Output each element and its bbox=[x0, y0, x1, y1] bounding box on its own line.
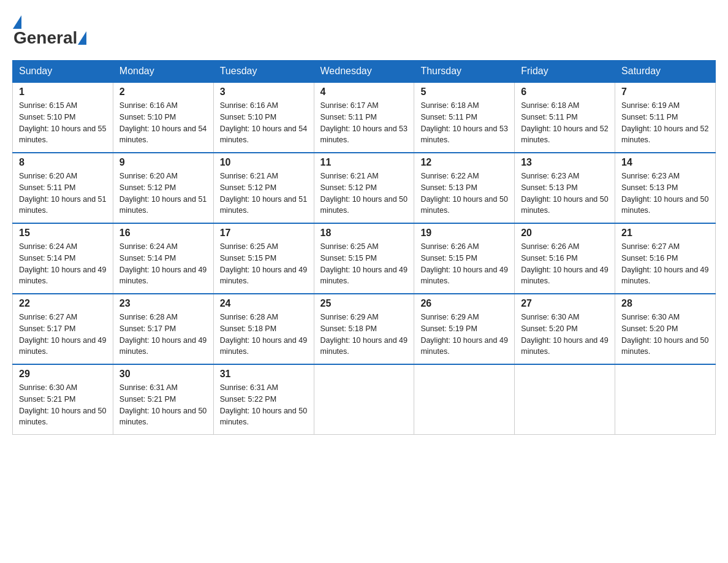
calendar-cell: 10Sunrise: 6:21 AMSunset: 5:12 PMDayligh… bbox=[213, 153, 314, 223]
day-info: Sunrise: 6:24 AMSunset: 5:14 PMDaylight:… bbox=[119, 241, 207, 287]
day-info: Sunrise: 6:20 AMSunset: 5:12 PMDaylight:… bbox=[119, 170, 207, 216]
calendar-cell: 5Sunrise: 6:18 AMSunset: 5:11 PMDaylight… bbox=[414, 82, 515, 153]
day-number: 21 bbox=[621, 228, 709, 239]
calendar-cell: 13Sunrise: 6:23 AMSunset: 5:13 PMDayligh… bbox=[515, 153, 615, 223]
calendar-table: SundayMondayTuesdayWednesdayThursdayFrid… bbox=[12, 60, 716, 435]
day-info: Sunrise: 6:20 AMSunset: 5:11 PMDaylight:… bbox=[19, 170, 107, 216]
day-number: 23 bbox=[119, 298, 207, 309]
day-number: 1 bbox=[19, 86, 107, 98]
calendar-cell: 28Sunrise: 6:30 AMSunset: 5:20 PMDayligh… bbox=[615, 294, 716, 364]
day-info: Sunrise: 6:22 AMSunset: 5:13 PMDaylight:… bbox=[420, 170, 508, 216]
logo-triangle-icon bbox=[13, 15, 21, 29]
day-number: 17 bbox=[220, 228, 308, 239]
calendar-cell: 14Sunrise: 6:23 AMSunset: 5:13 PMDayligh… bbox=[615, 153, 716, 223]
day-number: 4 bbox=[320, 86, 408, 98]
header-sunday: Sunday bbox=[13, 61, 113, 83]
calendar-cell: 1Sunrise: 6:15 AMSunset: 5:10 PMDaylight… bbox=[13, 82, 113, 153]
calendar-cell: 31Sunrise: 6:31 AMSunset: 5:22 PMDayligh… bbox=[213, 364, 314, 435]
day-info: Sunrise: 6:16 AMSunset: 5:10 PMDaylight:… bbox=[220, 100, 308, 146]
day-info: Sunrise: 6:30 AMSunset: 5:20 PMDaylight:… bbox=[621, 312, 709, 358]
calendar-cell: 30Sunrise: 6:31 AMSunset: 5:21 PMDayligh… bbox=[113, 364, 213, 435]
header-tuesday: Tuesday bbox=[213, 61, 314, 83]
day-info: Sunrise: 6:29 AMSunset: 5:18 PMDaylight:… bbox=[320, 312, 408, 358]
day-number: 10 bbox=[220, 157, 308, 168]
week-row-2: 8Sunrise: 6:20 AMSunset: 5:11 PMDaylight… bbox=[13, 153, 716, 223]
day-info: Sunrise: 6:26 AMSunset: 5:16 PMDaylight:… bbox=[521, 241, 609, 287]
day-info: Sunrise: 6:31 AMSunset: 5:21 PMDaylight:… bbox=[119, 382, 207, 428]
header-saturday: Saturday bbox=[615, 61, 716, 83]
calendar-cell: 25Sunrise: 6:29 AMSunset: 5:18 PMDayligh… bbox=[314, 294, 414, 364]
day-number: 29 bbox=[19, 369, 107, 380]
day-number: 14 bbox=[621, 157, 709, 168]
logo: General bbox=[12, 12, 87, 48]
calendar-cell: 24Sunrise: 6:28 AMSunset: 5:18 PMDayligh… bbox=[213, 294, 314, 364]
calendar-cell: 22Sunrise: 6:27 AMSunset: 5:17 PMDayligh… bbox=[13, 294, 113, 364]
calendar-cell: 12Sunrise: 6:22 AMSunset: 5:13 PMDayligh… bbox=[414, 153, 515, 223]
calendar-cell bbox=[314, 364, 414, 435]
day-number: 8 bbox=[19, 157, 107, 168]
calendar-cell bbox=[615, 364, 716, 435]
day-info: Sunrise: 6:18 AMSunset: 5:11 PMDaylight:… bbox=[521, 100, 609, 146]
header-friday: Friday bbox=[515, 61, 615, 83]
day-number: 25 bbox=[320, 298, 408, 309]
calendar-cell: 23Sunrise: 6:28 AMSunset: 5:17 PMDayligh… bbox=[113, 294, 213, 364]
day-number: 9 bbox=[119, 157, 207, 168]
calendar-cell bbox=[515, 364, 615, 435]
week-row-1: 1Sunrise: 6:15 AMSunset: 5:10 PMDaylight… bbox=[13, 82, 716, 153]
calendar-cell: 19Sunrise: 6:26 AMSunset: 5:15 PMDayligh… bbox=[414, 223, 515, 294]
day-number: 30 bbox=[119, 369, 207, 380]
day-info: Sunrise: 6:16 AMSunset: 5:10 PMDaylight:… bbox=[119, 100, 207, 146]
calendar-cell: 21Sunrise: 6:27 AMSunset: 5:16 PMDayligh… bbox=[615, 223, 716, 294]
day-number: 3 bbox=[220, 86, 308, 98]
week-row-5: 29Sunrise: 6:30 AMSunset: 5:21 PMDayligh… bbox=[13, 364, 716, 435]
day-number: 7 bbox=[621, 86, 709, 98]
header-thursday: Thursday bbox=[414, 61, 515, 83]
calendar-cell: 26Sunrise: 6:29 AMSunset: 5:19 PMDayligh… bbox=[414, 294, 515, 364]
day-number: 16 bbox=[119, 228, 207, 239]
day-number: 18 bbox=[320, 228, 408, 239]
day-number: 13 bbox=[521, 157, 609, 168]
page-header: General bbox=[12, 12, 716, 48]
day-info: Sunrise: 6:21 AMSunset: 5:12 PMDaylight:… bbox=[220, 170, 308, 216]
day-number: 28 bbox=[621, 298, 709, 309]
day-info: Sunrise: 6:23 AMSunset: 5:13 PMDaylight:… bbox=[521, 170, 609, 216]
calendar-cell: 29Sunrise: 6:30 AMSunset: 5:21 PMDayligh… bbox=[13, 364, 113, 435]
calendar-cell: 4Sunrise: 6:17 AMSunset: 5:11 PMDaylight… bbox=[314, 82, 414, 153]
day-number: 20 bbox=[521, 228, 609, 239]
calendar-cell: 11Sunrise: 6:21 AMSunset: 5:12 PMDayligh… bbox=[314, 153, 414, 223]
day-info: Sunrise: 6:25 AMSunset: 5:15 PMDaylight:… bbox=[220, 241, 308, 287]
logo-triangle-icon2 bbox=[78, 31, 86, 45]
day-info: Sunrise: 6:17 AMSunset: 5:11 PMDaylight:… bbox=[320, 100, 408, 146]
day-info: Sunrise: 6:21 AMSunset: 5:12 PMDaylight:… bbox=[320, 170, 408, 216]
day-number: 2 bbox=[119, 86, 207, 98]
calendar-cell: 8Sunrise: 6:20 AMSunset: 5:11 PMDaylight… bbox=[13, 153, 113, 223]
week-row-3: 15Sunrise: 6:24 AMSunset: 5:14 PMDayligh… bbox=[13, 223, 716, 294]
calendar-cell: 20Sunrise: 6:26 AMSunset: 5:16 PMDayligh… bbox=[515, 223, 615, 294]
calendar-cell: 3Sunrise: 6:16 AMSunset: 5:10 PMDaylight… bbox=[213, 82, 314, 153]
day-number: 22 bbox=[19, 298, 107, 309]
calendar-cell: 15Sunrise: 6:24 AMSunset: 5:14 PMDayligh… bbox=[13, 223, 113, 294]
calendar-cell: 2Sunrise: 6:16 AMSunset: 5:10 PMDaylight… bbox=[113, 82, 213, 153]
day-info: Sunrise: 6:25 AMSunset: 5:15 PMDaylight:… bbox=[320, 241, 408, 287]
calendar-cell: 17Sunrise: 6:25 AMSunset: 5:15 PMDayligh… bbox=[213, 223, 314, 294]
calendar-cell: 16Sunrise: 6:24 AMSunset: 5:14 PMDayligh… bbox=[113, 223, 213, 294]
day-number: 27 bbox=[521, 298, 609, 309]
day-info: Sunrise: 6:29 AMSunset: 5:19 PMDaylight:… bbox=[420, 312, 508, 358]
day-info: Sunrise: 6:27 AMSunset: 5:16 PMDaylight:… bbox=[621, 241, 709, 287]
week-row-4: 22Sunrise: 6:27 AMSunset: 5:17 PMDayligh… bbox=[13, 294, 716, 364]
calendar-cell: 6Sunrise: 6:18 AMSunset: 5:11 PMDaylight… bbox=[515, 82, 615, 153]
day-number: 5 bbox=[420, 86, 508, 98]
day-number: 19 bbox=[420, 228, 508, 239]
calendar-cell: 18Sunrise: 6:25 AMSunset: 5:15 PMDayligh… bbox=[314, 223, 414, 294]
day-number: 15 bbox=[19, 228, 107, 239]
day-info: Sunrise: 6:26 AMSunset: 5:15 PMDaylight:… bbox=[420, 241, 508, 287]
day-number: 11 bbox=[320, 157, 408, 168]
day-info: Sunrise: 6:28 AMSunset: 5:18 PMDaylight:… bbox=[220, 312, 308, 358]
day-number: 31 bbox=[220, 369, 308, 380]
day-info: Sunrise: 6:18 AMSunset: 5:11 PMDaylight:… bbox=[420, 100, 508, 146]
calendar-cell: 27Sunrise: 6:30 AMSunset: 5:20 PMDayligh… bbox=[515, 294, 615, 364]
calendar-cell: 7Sunrise: 6:19 AMSunset: 5:11 PMDaylight… bbox=[615, 82, 716, 153]
day-info: Sunrise: 6:24 AMSunset: 5:14 PMDaylight:… bbox=[19, 241, 107, 287]
calendar-header-row: SundayMondayTuesdayWednesdayThursdayFrid… bbox=[13, 61, 716, 83]
calendar-cell: 9Sunrise: 6:20 AMSunset: 5:12 PMDaylight… bbox=[113, 153, 213, 223]
